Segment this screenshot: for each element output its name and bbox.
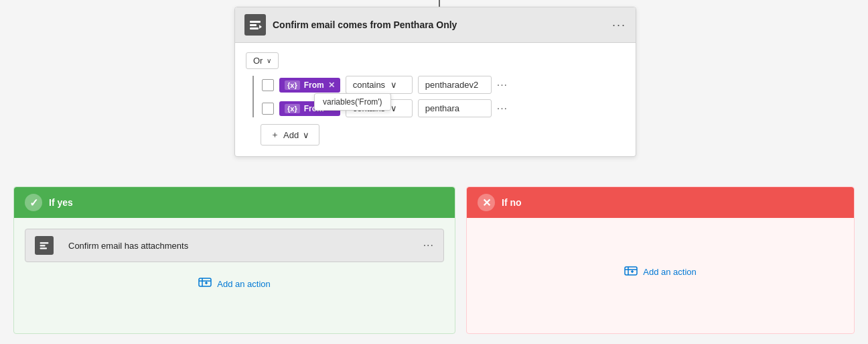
row-2-menu[interactable]: ··· <box>497 103 508 115</box>
condition-card-icon <box>244 14 266 36</box>
if-yes-panel: ✓ If yes Confirm email has attachments ·… <box>13 186 455 334</box>
svg-rect-5 <box>40 245 46 246</box>
if-yes-add-action-button[interactable]: Add an action <box>198 276 271 292</box>
row-1-contains-label: contains <box>353 80 385 90</box>
or-label: Or <box>253 56 263 66</box>
if-no-body: Add an action <box>467 218 854 325</box>
condition-card: Confirm email comes from Penthara Only ·… <box>234 7 636 157</box>
if-no-add-action-icon <box>624 264 638 280</box>
tooltip-bubble: variables('From') <box>314 93 391 111</box>
sub-card-icon <box>35 236 54 255</box>
add-button[interactable]: ＋ Add ∨ <box>261 124 319 146</box>
bottom-section: ✓ If yes Confirm email has attachments ·… <box>0 186 868 334</box>
if-no-add-action-label: Add an action <box>643 267 697 277</box>
condition-card-title: Confirm email comes from Penthara Only <box>273 19 612 30</box>
svg-rect-2 <box>250 27 259 30</box>
svg-rect-1 <box>250 24 257 26</box>
row-1-dropdown-chevron: ∨ <box>390 80 397 90</box>
svg-rect-7 <box>199 278 211 286</box>
if-yes-body: Confirm email has attachments ··· <box>14 218 455 303</box>
row-1-checkbox[interactable] <box>262 79 274 91</box>
if-yes-add-action-label: Add an action <box>217 279 271 289</box>
add-plus-icon: ＋ <box>271 129 279 141</box>
if-no-header: ✕ If no <box>467 187 854 218</box>
row-1-fx-badge: {x} <box>285 80 300 90</box>
row-2-checkbox[interactable] <box>262 103 274 115</box>
svg-rect-12 <box>625 267 637 275</box>
sub-card-title: Confirm email has attachments <box>68 241 415 251</box>
add-label: Add <box>283 130 299 140</box>
or-button[interactable]: Or ∨ <box>246 52 279 69</box>
condition-rows: {x} From ✕ contains ∨ pentharadev2 ··· {… <box>252 76 625 117</box>
condition-card-header: Confirm email comes from Penthara Only ·… <box>235 7 636 43</box>
row-2-dropdown-chevron: ∨ <box>390 103 397 113</box>
condition-card-menu[interactable]: ··· <box>612 18 626 32</box>
if-yes-header: ✓ If yes <box>14 187 455 218</box>
if-yes-check-icon: ✓ <box>25 194 42 211</box>
add-chevron: ∨ <box>303 130 309 140</box>
row-1-from-label: From <box>304 80 324 90</box>
if-yes-add-action-area: Add an action <box>25 276 444 292</box>
row-1-menu[interactable]: ··· <box>497 79 508 91</box>
if-no-add-action-button[interactable]: Add an action <box>624 264 697 280</box>
row-1-close-icon[interactable]: ✕ <box>328 80 335 90</box>
if-no-title: If no <box>502 197 522 208</box>
svg-rect-6 <box>40 247 47 249</box>
sub-card: Confirm email has attachments ··· <box>25 229 444 262</box>
svg-rect-4 <box>40 242 49 243</box>
row-1-value[interactable]: pentharadev2 <box>418 76 492 94</box>
svg-marker-3 <box>259 25 262 29</box>
if-yes-title: If yes <box>49 197 73 208</box>
or-chevron: ∨ <box>267 57 271 64</box>
condition-row-1: {x} From ✕ contains ∨ pentharadev2 ··· <box>262 76 625 94</box>
row-1-contains-dropdown[interactable]: contains ∨ <box>346 76 413 94</box>
row-2-value[interactable]: penthara <box>418 99 492 117</box>
condition-card-body: Or ∨ {x} From ✕ contains ∨ pentharadev2 … <box>235 43 636 156</box>
svg-rect-0 <box>250 21 261 23</box>
if-no-panel: ✕ If no Add an action <box>466 186 855 334</box>
row-2-fx-badge: {x} <box>285 104 300 113</box>
if-no-x-icon: ✕ <box>478 194 495 211</box>
row-1-from-tag[interactable]: {x} From ✕ <box>279 78 340 93</box>
add-row: variables('From') ＋ Add ∨ <box>261 124 625 146</box>
if-yes-add-action-icon <box>198 276 212 292</box>
sub-card-menu[interactable]: ··· <box>423 239 434 251</box>
